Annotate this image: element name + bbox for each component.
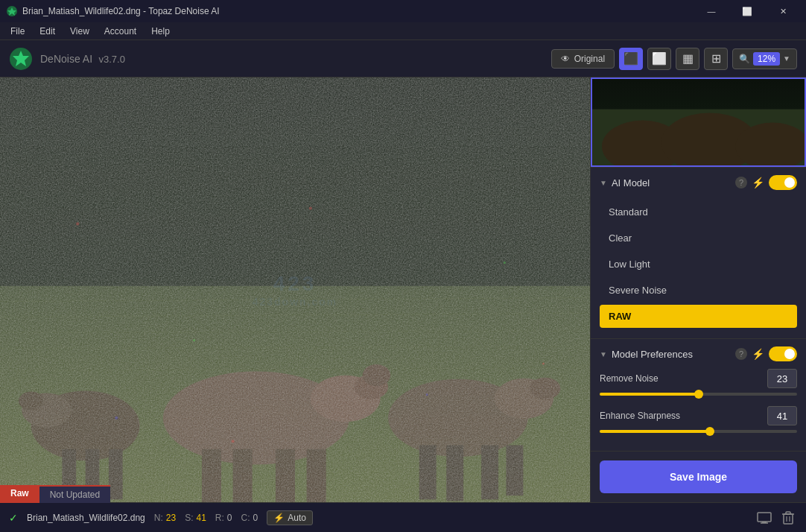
svg-point-35	[193, 339, 195, 341]
zoom-chevron-icon[interactable]: ▼	[783, 54, 790, 63]
title-bar-text: Brian_Matiash_Wildlife02.dng - Topaz DeN…	[22, 6, 694, 16]
app-version: v3.7.0	[99, 54, 125, 65]
s-label: S:	[185, 513, 193, 523]
svg-point-12	[31, 390, 140, 460]
svg-rect-21	[276, 449, 295, 502]
svg-rect-27	[419, 445, 437, 499]
wildlife-scene: 423 423down.com	[0, 77, 590, 502]
r-value: 0	[227, 513, 232, 523]
save-image-button[interactable]: Save Image	[600, 460, 797, 493]
svg-point-26	[388, 379, 528, 457]
raw-tab[interactable]: Raw	[0, 485, 39, 503]
view-split-button[interactable]: ⬜	[647, 48, 671, 70]
title-bar: Brian_Matiash_Wildlife02.dng - Topaz DeN…	[0, 0, 806, 22]
svg-point-40	[115, 417, 118, 419]
status-check-icon: ✓	[9, 512, 18, 524]
menu-edit[interactable]: Edit	[32, 25, 63, 38]
watermark: 423 423down.com	[253, 272, 338, 308]
model-preferences-section: ▼ Model Preferences ? ⚡ Remove Noise 23	[591, 339, 806, 452]
model-prefs-toggle[interactable]	[769, 346, 797, 361]
model-standard[interactable]: Standard	[600, 200, 797, 224]
model-prefs-chevron-icon: ▼	[600, 350, 607, 358]
svg-point-32	[530, 378, 561, 399]
zoom-control: 🔍 12% ▼	[732, 48, 797, 69]
svg-rect-4	[0, 77, 590, 502]
remove-noise-thumb[interactable]	[694, 390, 703, 399]
svg-line-9	[0, 331, 590, 332]
model-prefs-lightning-icon: ⚡	[752, 348, 764, 360]
monitor-icon[interactable]	[755, 509, 773, 527]
preview-thumbnail	[591, 77, 806, 168]
raw-status-tabs: Raw Not Updated	[0, 485, 110, 503]
model-low-light[interactable]: Low Light	[600, 253, 797, 276]
svg-point-39	[504, 262, 506, 264]
svg-rect-51	[784, 514, 793, 524]
ai-model-toggle[interactable]	[769, 175, 797, 190]
auto-badge[interactable]: ⚡ Auto	[267, 510, 313, 525]
original-label: Original	[574, 54, 605, 64]
svg-point-16	[22, 393, 72, 428]
not-updated-tab[interactable]: Not Updated	[39, 485, 110, 503]
model-severe-noise[interactable]: Severe Noise	[600, 279, 797, 302]
original-button[interactable]: 👁 Original	[551, 49, 615, 69]
svg-point-24	[354, 375, 388, 399]
svg-point-36	[309, 206, 312, 209]
svg-rect-20	[233, 449, 253, 502]
view-grid-button[interactable]: ⊞	[704, 48, 728, 70]
model-clear[interactable]: Clear	[600, 227, 797, 250]
menu-bar: File Edit View Account Help	[0, 22, 806, 40]
ai-model-header[interactable]: ▼ AI Model ? ⚡	[600, 175, 797, 190]
status-right	[755, 509, 797, 527]
minimize-button[interactable]: —	[694, 0, 729, 22]
remove-noise-slider[interactable]	[600, 393, 797, 396]
model-prefs-header[interactable]: ▼ Model Preferences ? ⚡	[600, 346, 797, 361]
c-label: C:	[241, 513, 250, 523]
model-raw[interactable]: RAW	[600, 305, 797, 328]
side-view-icon: ▦	[682, 51, 694, 66]
menu-file[interactable]: File	[3, 25, 32, 38]
svg-rect-33	[0, 77, 590, 502]
wildlife-svg	[0, 77, 590, 502]
remove-noise-label: Remove Noise	[600, 373, 659, 384]
app-icon	[6, 5, 18, 17]
enhance-sharpness-control: Enhance Sharpness 41	[600, 406, 797, 433]
zoom-value[interactable]: 12%	[753, 52, 780, 66]
svg-line-10	[0, 346, 590, 348]
enhance-sharpness-number: 41	[777, 411, 787, 422]
status-r-badge: R: 0	[215, 513, 232, 523]
grid-view-icon: ⊞	[711, 51, 721, 66]
remove-noise-value[interactable]: 23	[767, 369, 797, 388]
svg-point-17	[19, 392, 43, 411]
svg-rect-30	[506, 445, 523, 495]
enhance-sharpness-slider[interactable]	[600, 430, 797, 433]
maximize-button[interactable]: ⬜	[730, 0, 764, 22]
enhance-sharpness-value[interactable]: 41	[767, 406, 797, 425]
svg-rect-15	[109, 449, 123, 500]
remove-noise-number: 23	[777, 373, 787, 384]
svg-point-34	[76, 222, 79, 225]
svg-rect-28	[446, 445, 463, 501]
n-value: 23	[166, 513, 176, 523]
auto-label: Auto	[288, 513, 306, 523]
svg-rect-19	[202, 449, 221, 502]
svg-point-41	[542, 362, 545, 364]
app-name: DeNoise AI	[40, 53, 92, 65]
view-side-button[interactable]: ▦	[676, 48, 699, 70]
image-area: 423 423down.com	[0, 77, 590, 502]
main-layout: 423 423down.com	[0, 77, 806, 502]
preview-image	[591, 77, 806, 167]
svg-line-8	[0, 313, 590, 317]
view-single-button[interactable]: ⬛	[619, 48, 643, 70]
svg-point-31	[495, 379, 553, 419]
trash-icon[interactable]	[779, 509, 797, 527]
svg-line-7	[0, 297, 590, 301]
menu-account[interactable]: Account	[97, 25, 144, 38]
svg-point-18	[163, 371, 349, 464]
menu-view[interactable]: View	[63, 25, 97, 38]
menu-help[interactable]: Help	[144, 25, 177, 38]
svg-point-23	[311, 376, 381, 422]
model-prefs-help-icon[interactable]: ?	[735, 348, 747, 360]
close-button[interactable]: ✕	[766, 0, 800, 22]
ai-model-help-icon[interactable]: ?	[735, 177, 747, 189]
enhance-sharpness-thumb[interactable]	[705, 427, 714, 436]
